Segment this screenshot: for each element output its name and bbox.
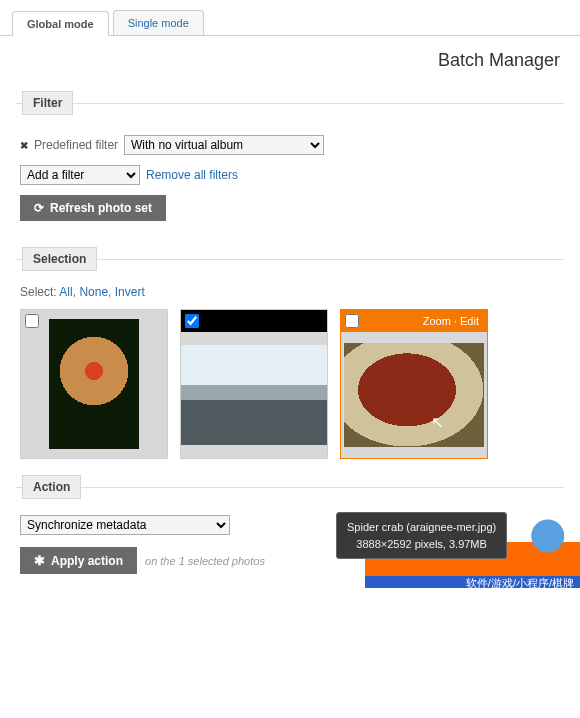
apply-action-note: on the 1 selected photos [145, 555, 265, 567]
watermark-subtext: 软件/游戏/小程序/棋牌 [466, 576, 574, 588]
thumbnail-image [49, 319, 139, 449]
select-none-link[interactable]: None [79, 285, 108, 299]
thumbnail-image: ↖ [344, 343, 484, 447]
action-select[interactable]: Synchronize metadata [20, 515, 230, 535]
thumbnail-checkbox[interactable] [25, 314, 39, 328]
mode-tabs: Global mode Single mode [0, 0, 580, 36]
tab-single-mode[interactable]: Single mode [113, 10, 204, 35]
zoom-link[interactable]: Zoom [423, 315, 451, 327]
thumbnail-checkbox[interactable] [185, 314, 199, 328]
select-invert-link[interactable]: Invert [115, 285, 145, 299]
predefined-filter-label: Predefined filter [34, 138, 118, 152]
action-legend: Action [22, 475, 81, 499]
filter-legend: Filter [22, 91, 73, 115]
tooltip-details: 3888×2592 pixels, 3.97MB [347, 536, 496, 553]
thumbnail[interactable] [20, 309, 168, 459]
cursor-icon: ↖ [431, 413, 444, 432]
refresh-icon: ⟳ [34, 202, 44, 214]
gear-icon: ✱ [34, 553, 45, 568]
add-filter-select[interactable]: Add a filter [20, 165, 140, 185]
refresh-photo-set-button[interactable]: ⟳ Refresh photo set [20, 195, 166, 221]
thumbnail[interactable] [180, 309, 328, 459]
page-title: Batch Manager [0, 36, 580, 75]
tab-global-mode[interactable]: Global mode [12, 11, 109, 36]
thumbnail-grid: Zoom · Edit ↖ [16, 309, 564, 459]
thumbnail-checkbox[interactable] [345, 314, 359, 328]
select-label: Select: [20, 285, 57, 299]
thumbnail-tooltip: Spider crab (araignee-mer.jpg) 3888×2592… [336, 512, 507, 559]
thumbnail-hover-overlay: Zoom · Edit [341, 310, 487, 332]
selection-legend: Selection [22, 247, 97, 271]
edit-link[interactable]: Edit [460, 315, 479, 327]
remove-filter-icon[interactable]: ✖ [20, 140, 28, 151]
thumbnail[interactable]: Zoom · Edit ↖ [340, 309, 488, 459]
apply-action-button[interactable]: ✱ Apply action [20, 547, 137, 574]
thumbnail-image [181, 345, 327, 445]
apply-action-label: Apply action [51, 554, 123, 568]
predefined-filter-select[interactable]: With no virtual album [124, 135, 324, 155]
selection-section: Selection Select: All, None, Invert Zoom… [16, 247, 564, 459]
remove-all-filters-link[interactable]: Remove all filters [146, 168, 238, 182]
thumbnail-overlay [181, 310, 327, 332]
refresh-label: Refresh photo set [50, 201, 152, 215]
filter-section: Filter ✖ Predefined filter With no virtu… [16, 91, 564, 231]
tooltip-filename: Spider crab (araignee-mer.jpg) [347, 519, 496, 536]
select-all-link[interactable]: All [59, 285, 72, 299]
